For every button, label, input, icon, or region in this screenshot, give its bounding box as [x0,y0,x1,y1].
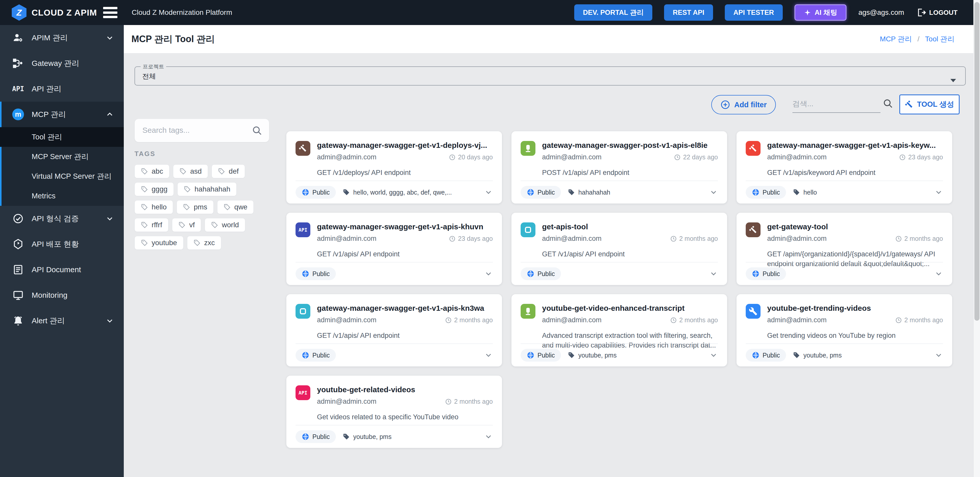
tool-card[interactable]: gateway-manager-swagger-get-v1-apis-kn3w… [286,294,502,367]
sidebar-item-tool-mgmt[interactable]: Tool 관리 [0,127,124,147]
chevron-down-icon[interactable] [484,432,493,441]
tool-description: GET /v1/deploys/ API endpoint [317,168,493,177]
tool-card[interactable]: gateway-manager-swagger-get-v1-apis-keyw… [737,131,952,204]
globe-icon [752,188,759,196]
tag-search-input[interactable] [135,119,242,142]
visibility-badge: Public [296,267,336,280]
globe-icon [302,433,309,440]
check-circle-icon [12,213,24,225]
tool-search [792,95,893,114]
sidebar-item-virtual-mcp-server[interactable]: Virtual MCP Server 관리 [0,166,124,186]
clock-icon [449,235,455,242]
search-icon[interactable] [251,125,262,136]
tag-chip-label: pms [194,203,207,211]
tag-chip[interactable]: vf [172,218,201,232]
tool-title: gateway-manager-swagger-post-v1-apis-el8… [542,141,718,150]
tool-card[interactable]: gateway-manager-swagger-post-v1-apis-el8… [511,131,727,204]
gateway-icon [12,57,24,69]
chevron-down-icon[interactable] [934,188,943,196]
tool-card[interactable]: gateway-manager-swagger-get-v1-deploys-v… [286,131,502,204]
logo-icon: Z [12,4,27,21]
tag-chip[interactable]: hahahahah [177,182,237,196]
tag-search [135,119,269,142]
tag-chip[interactable]: zxc [187,236,221,250]
tag-icon [793,351,800,359]
chevron-down-icon[interactable] [709,270,718,278]
chevron-down-icon[interactable] [934,351,943,359]
project-select[interactable]: 프로젝트 전체 [135,63,966,86]
sidebar-item-api[interactable]: API API 관리 [0,76,124,102]
sidebar-item-monitoring[interactable]: Monitoring [0,282,124,308]
api-tester-button[interactable]: API TESTER [725,4,783,21]
tag-chip[interactable]: rffrf [135,218,169,232]
tag-chip[interactable]: world [205,218,245,232]
rest-api-button[interactable]: REST API [664,4,713,21]
vertical-scrollbar[interactable] [974,0,980,477]
menu-toggle-icon[interactable] [103,7,118,18]
dev-portal-button[interactable]: DEV. PORTAL 관리 [574,4,652,21]
chevron-down-icon[interactable] [484,351,493,359]
breadcrumb-link-tool[interactable]: Tool 관리 [925,34,955,44]
tool-card[interactable]: get-apis-tool admin@admin.com 2 months a… [511,213,727,285]
tag-chip[interactable]: hello [135,200,173,214]
tool-card-footer: Public youtube, pms [520,343,718,367]
tool-card[interactable]: get-gateway-tool admin@admin.com 2 month… [737,213,952,285]
tool-owner: admin@admin.com [542,316,601,324]
tool-card[interactable]: API gateway-manager-swagger-get-v1-apis-… [286,213,502,285]
chevron-down-icon [106,317,114,325]
sidebar-item-api-document[interactable]: API Document [0,257,124,282]
tool-updated: 23 days ago [449,235,493,242]
ai-chat-button[interactable]: AI 채팅 [794,4,847,21]
chevron-down-icon[interactable] [709,188,718,196]
caret-down-icon [950,79,956,82]
tag-chip[interactable]: youtube [135,236,183,250]
chevron-down-icon[interactable] [484,188,493,196]
visibility-label: Public [762,189,780,196]
logout-button[interactable]: LOGOUT [916,7,958,18]
search-icon[interactable] [883,98,893,109]
sidebar-item-alert[interactable]: Alert 관리 [0,308,124,333]
chevron-down-icon[interactable] [934,270,943,278]
tool-card[interactable]: youtube-get-video-enhanced-transcript ad… [511,294,727,367]
sidebar-item-api-validation[interactable]: API 형식 검증 [0,206,124,231]
tag-chip[interactable]: asd [173,164,208,178]
tool-card[interactable]: API youtube-get-related-videos admin@adm… [286,376,502,448]
tag-chip[interactable]: qwe [217,200,254,214]
sidebar-item-api-deploy[interactable]: API 배포 현황 [0,231,124,257]
visibility-label: Public [538,352,555,359]
plus-circle-icon [721,100,730,110]
sparkle-icon [804,9,811,16]
chevron-down-icon[interactable] [709,351,718,359]
tool-tags-label: hahahahah [578,189,610,196]
tag-icon [184,186,191,193]
tool-tags-label: youtube, pms [803,352,842,359]
visibility-label: Public [538,189,555,196]
tool-card[interactable]: youtube-get-trending-videos admin@admin.… [737,294,952,367]
tag-chip[interactable]: pms [177,200,213,214]
tag-icon [218,168,225,175]
sidebar-item-apim[interactable]: APIM 관리 [0,25,124,51]
tool-owner: admin@admin.com [767,153,827,161]
scrollbar-thumb[interactable] [974,2,980,321]
hammer-icon [905,100,913,109]
sidebar-item-mcp[interactable]: m MCP 관리 [0,102,124,127]
tool-tags-label: hello, world, gggg, abc, def, qwe,... [353,189,452,196]
tag-icon [141,239,148,246]
add-filter-button[interactable]: Add filter [711,95,776,115]
tag-chip[interactable]: abc [135,164,169,178]
project-select-label: 프로젝트 [141,63,166,70]
tag-chip[interactable]: def [212,164,245,178]
tool-owner: admin@admin.com [767,316,827,324]
sidebar-item-mcp-server[interactable]: MCP Server 관리 [0,147,124,166]
sidebar-item-gateway[interactable]: Gateway 관리 [0,51,124,76]
app-logo[interactable]: Z CLOUD Z APIM [0,4,97,21]
chevron-down-icon[interactable] [484,270,493,278]
globe-icon [302,188,309,196]
breadcrumb-link-mcp[interactable]: MCP 관리 [880,34,912,44]
create-tool-button[interactable]: TOOL 생성 [899,94,959,115]
tool-search-input[interactable] [792,95,880,113]
visibility-label: Public [762,352,780,359]
tag-chip[interactable]: gggg [135,182,174,196]
tags-heading: TAGS [135,150,270,158]
sidebar-item-metrics[interactable]: Metrics [0,186,124,206]
